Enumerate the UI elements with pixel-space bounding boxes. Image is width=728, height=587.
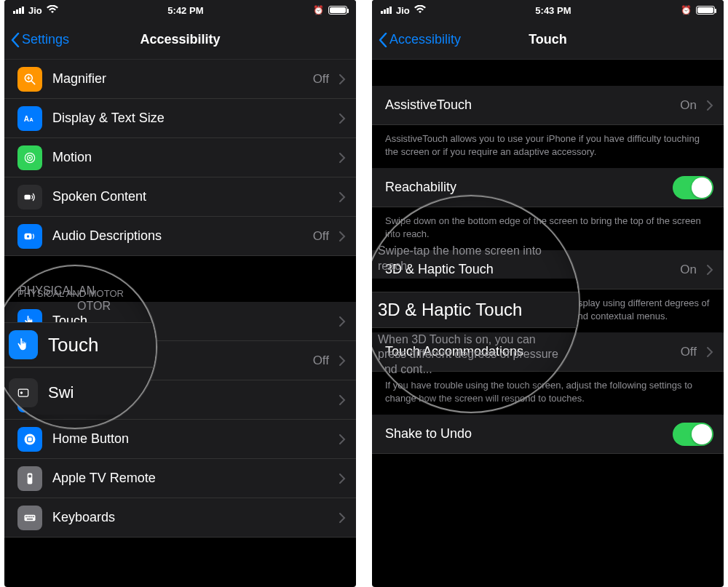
row-label: Apple TV Remote — [52, 471, 329, 486]
footer-assistivetouch: AssistiveTouch allows you to use your iP… — [372, 125, 724, 168]
clock: 5:43 PM — [535, 5, 571, 16]
row-value: On — [680, 98, 697, 113]
svg-rect-20 — [25, 516, 27, 517]
wifi-icon — [47, 5, 58, 16]
row-assistivetouch[interactable]: AssistiveTouch On — [372, 86, 724, 125]
row-label: Touch Accommodations — [385, 344, 670, 359]
row-spoken-content[interactable]: Spoken Content — [4, 177, 356, 217]
chevron-right-icon — [339, 113, 346, 124]
keyboards-icon — [17, 506, 42, 530]
switchcontrol-icon — [17, 348, 42, 373]
row-reachability[interactable]: Reachability — [372, 168, 724, 207]
alarm-icon: ⏰ — [681, 5, 692, 15]
settings-list: MagnifierOffAADisplay & Text SizeMotionS… — [4, 60, 356, 587]
svg-rect-23 — [31, 516, 33, 517]
row-magnifier[interactable]: MagnifierOff — [4, 60, 356, 99]
row-shake-undo[interactable]: Shake to Undo — [372, 415, 724, 454]
motion-icon — [17, 145, 42, 170]
toggle-shake-undo[interactable] — [673, 423, 713, 446]
svg-point-13 — [27, 359, 29, 362]
row-touch[interactable]: Touch — [4, 302, 356, 341]
textsize-icon: AA — [17, 106, 42, 131]
row-label: Reachability — [385, 180, 662, 195]
signal-icon — [13, 7, 24, 14]
audiodesc-icon — [17, 224, 42, 249]
phone-right: Jio 5:43 PM ⏰ Accessibility Touch Assist… — [372, 0, 724, 587]
nav-bar: Accessibility Touch — [372, 20, 724, 60]
row-label: Shake to Undo — [385, 426, 662, 442]
svg-rect-25 — [27, 518, 33, 519]
chevron-right-icon — [339, 316, 346, 327]
row-value: On — [680, 263, 697, 277]
chevron-left-icon — [10, 33, 20, 47]
carrier-label: Jio — [396, 5, 410, 16]
footer-haptic: When 3D Touch is on, you can press on th… — [372, 289, 724, 332]
svg-text:A: A — [29, 116, 33, 123]
chevron-right-icon — [339, 74, 346, 84]
row-label: Motion — [52, 150, 329, 165]
row-3d-haptic[interactable]: 3D & Haptic Touch On — [372, 250, 724, 289]
touch-settings-list: AssistiveTouch On AssistiveTouch allows … — [372, 60, 724, 587]
touch-icon — [17, 309, 42, 334]
row-label: Keyboards — [52, 510, 329, 525]
chevron-right-icon — [339, 395, 346, 405]
svg-point-8 — [29, 156, 31, 159]
status-bar: Jio 5:43 PM ⏰ — [372, 0, 724, 20]
svg-text:A: A — [24, 115, 29, 123]
row-value: Off — [313, 72, 329, 87]
voicecontrol-icon — [17, 388, 42, 412]
svg-rect-19 — [25, 514, 36, 520]
wifi-icon — [414, 5, 426, 16]
row-motion[interactable]: Motion — [4, 138, 356, 177]
battery-icon — [328, 6, 347, 15]
row-audio-descriptions[interactable]: Audio DescriptionsOff — [4, 217, 356, 256]
appletv-icon — [17, 466, 42, 491]
svg-rect-24 — [33, 516, 34, 517]
svg-rect-12 — [25, 357, 34, 364]
carrier-label: Jio — [28, 5, 42, 16]
nav-bar: Settings Accessibility — [4, 20, 356, 60]
chevron-right-icon — [707, 100, 713, 111]
row-label: Switch Control — [52, 353, 303, 368]
row-label: Voice Control — [52, 392, 329, 407]
row-apple-tv-remote[interactable]: Apple TV Remote — [4, 459, 356, 498]
phone-left: Jio 5:42 PM ⏰ Settings Accessibility Mag… — [4, 0, 356, 587]
row-label: Spoken Content — [52, 189, 329, 204]
footer-reachability: Swipe down on the bottom edge of the scr… — [372, 207, 724, 250]
back-button[interactable]: Accessibility — [372, 32, 461, 47]
row-label: Magnifier — [52, 71, 303, 87]
toggle-reachability[interactable] — [673, 176, 713, 199]
row-label: Touch — [52, 314, 329, 329]
chevron-right-icon — [707, 347, 713, 357]
svg-point-15 — [25, 434, 36, 444]
chevron-right-icon — [707, 265, 713, 275]
row-switch-control[interactable]: Switch ControlOff — [4, 341, 356, 380]
row-label: AssistiveTouch — [385, 97, 670, 113]
row-label: Audio Descriptions — [52, 228, 303, 244]
row-keyboards[interactable]: Keyboards — [4, 498, 356, 538]
back-label: Accessibility — [389, 32, 461, 47]
row-home-button[interactable]: Home Button — [4, 420, 356, 459]
alarm-icon: ⏰ — [313, 5, 324, 15]
battery-icon — [696, 6, 715, 15]
row-touch-accommodations[interactable]: Touch Accommodations Off — [372, 332, 724, 372]
signal-icon — [381, 7, 392, 14]
row-label: 3D & Haptic Touch — [385, 262, 670, 277]
chevron-right-icon — [339, 356, 346, 366]
row-value: Off — [313, 354, 329, 368]
row-display-text-size[interactable]: AADisplay & Text Size — [4, 99, 356, 138]
chevron-right-icon — [339, 513, 346, 523]
svg-rect-9 — [25, 194, 31, 199]
row-value: Off — [313, 229, 329, 244]
back-button[interactable]: Settings — [4, 32, 69, 47]
status-bar: Jio 5:42 PM ⏰ — [4, 0, 356, 20]
chevron-right-icon — [339, 192, 346, 202]
row-voice-control[interactable]: Voice Control — [4, 380, 356, 420]
footer-accommodations: If you have trouble using the touch scre… — [372, 372, 724, 415]
back-label: Settings — [22, 32, 69, 47]
row-value: Off — [681, 345, 697, 359]
svg-line-1 — [32, 81, 35, 84]
section-header-physical: PHYSICAL AND MOTOR — [4, 282, 356, 302]
clock: 5:42 PM — [167, 5, 203, 16]
svg-rect-21 — [28, 516, 29, 517]
